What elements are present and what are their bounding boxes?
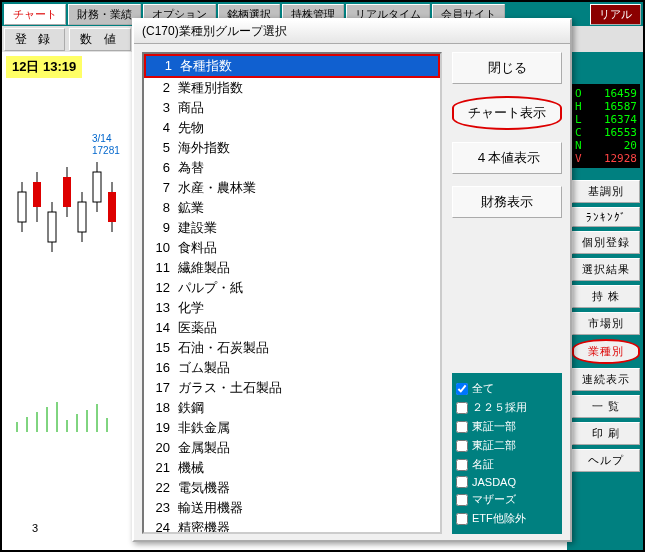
list-item[interactable]: 19非鉄金属 [144, 418, 440, 438]
quote-row: C16553 [575, 126, 637, 139]
list-item[interactable]: 6為替 [144, 158, 440, 178]
filter-check-2[interactable]: 東証一部 [456, 417, 558, 436]
svg-rect-11 [78, 202, 86, 232]
filter-check-7[interactable]: ETF他除外 [456, 509, 558, 528]
list-item[interactable]: 1各種指数 [144, 54, 440, 78]
quote-row: O16459 [575, 87, 637, 100]
svg-rect-5 [33, 182, 41, 207]
sidebar-btn-7[interactable]: 連続表示 [572, 368, 640, 391]
close-button[interactable]: 閉じる [452, 52, 562, 84]
svg-text:3: 3 [32, 522, 38, 534]
list-item[interactable]: 14医薬品 [144, 318, 440, 338]
list-item[interactable]: 8鉱業 [144, 198, 440, 218]
list-item[interactable]: 11繊維製品 [144, 258, 440, 278]
list-item[interactable]: 18鉄鋼 [144, 398, 440, 418]
list-item[interactable]: 22電気機器 [144, 478, 440, 498]
svg-rect-3 [18, 192, 26, 222]
list-item[interactable]: 17ガラス・土石製品 [144, 378, 440, 398]
sidebar-btn-4[interactable]: 持 株 [572, 285, 640, 308]
filter-checkboxes: 全て２２５採用東証一部東証二部名証JASDAQマザーズETF他除外 [452, 373, 562, 534]
financial-display-button[interactable]: 財務表示 [452, 186, 562, 218]
svg-text:17281: 17281 [92, 145, 120, 156]
svg-rect-15 [108, 192, 116, 222]
candlestick-chart: 3/14 17281 3 [2, 82, 132, 542]
list-item[interactable]: 10食料品 [144, 238, 440, 258]
industry-listbox[interactable]: 1各種指数2業種別指数3商品4先物5海外指数6為替7水産・農林業8鉱業9建設業1… [142, 52, 442, 534]
list-item[interactable]: 3商品 [144, 98, 440, 118]
list-item[interactable]: 2業種別指数 [144, 78, 440, 98]
four-value-button[interactable]: ４本値表示 [452, 142, 562, 174]
svg-rect-9 [63, 177, 71, 207]
list-item[interactable]: 9建設業 [144, 218, 440, 238]
list-item[interactable]: 21機械 [144, 458, 440, 478]
sidebar-btn-3[interactable]: 選択結果 [572, 258, 640, 281]
sidebar-btn-9[interactable]: 印 刷 [572, 422, 640, 445]
filter-check-6[interactable]: マザーズ [456, 490, 558, 509]
list-item[interactable]: 20金属製品 [144, 438, 440, 458]
quote-row: H16587 [575, 100, 637, 113]
sidebar-btn-5[interactable]: 市場別 [572, 312, 640, 335]
list-item[interactable]: 24精密機器 [144, 518, 440, 534]
tab-chart[interactable]: チャート [4, 4, 66, 25]
industry-group-dialog: (C170)業種別グループ選択 1各種指数2業種別指数3商品4先物5海外指数6為… [132, 18, 572, 542]
sidebar-btn-0[interactable]: 基調別 [572, 180, 640, 203]
tab-real[interactable]: リアル [590, 4, 641, 25]
filter-check-3[interactable]: 東証二部 [456, 436, 558, 455]
quote-row: N20 [575, 139, 637, 152]
timestamp: 12日 13:19 [6, 56, 82, 78]
filter-check-1[interactable]: ２２５採用 [456, 398, 558, 417]
values-button[interactable]: 数 値 [69, 28, 130, 51]
filter-check-4[interactable]: 名証 [456, 455, 558, 474]
list-item[interactable]: 12パルプ・紙 [144, 278, 440, 298]
filter-check-5[interactable]: JASDAQ [456, 474, 558, 490]
sidebar-btn-6[interactable]: 業種別 [572, 339, 640, 364]
sidebar-btn-1[interactable]: ﾗﾝｷﾝｸﾞ [572, 207, 640, 227]
list-item[interactable]: 23輸送用機器 [144, 498, 440, 518]
dialog-title: (C170)業種別グループ選択 [134, 20, 570, 44]
list-item[interactable]: 16ゴム製品 [144, 358, 440, 378]
svg-text:3/14: 3/14 [92, 133, 112, 144]
sidebar: O16459H16587L16374C16553N20V12928 基調別 ﾗﾝ… [569, 52, 643, 550]
sidebar-btn-2[interactable]: 個別登録 [572, 231, 640, 254]
filter-check-0[interactable]: 全て [456, 379, 558, 398]
list-item[interactable]: 15石油・石炭製品 [144, 338, 440, 358]
register-button[interactable]: 登 録 [4, 28, 65, 51]
svg-rect-13 [93, 172, 101, 202]
list-item[interactable]: 7水産・農林業 [144, 178, 440, 198]
quote-row: V12928 [575, 152, 637, 165]
quote-box: O16459H16587L16374C16553N20V12928 [572, 84, 640, 168]
sidebar-btn-10[interactable]: ヘルプ [572, 449, 640, 472]
svg-rect-7 [48, 212, 56, 242]
quote-row: L16374 [575, 113, 637, 126]
tab-financials[interactable]: 財務・業績 [68, 4, 141, 25]
list-item[interactable]: 4先物 [144, 118, 440, 138]
list-item[interactable]: 5海外指数 [144, 138, 440, 158]
list-item[interactable]: 13化学 [144, 298, 440, 318]
sidebar-btn-8[interactable]: 一 覧 [572, 395, 640, 418]
chart-display-button[interactable]: チャート表示 [452, 96, 562, 130]
